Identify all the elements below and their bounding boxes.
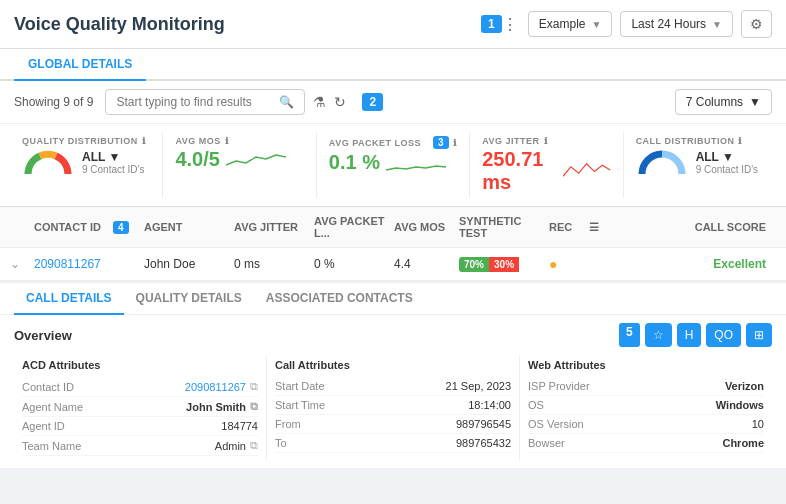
avg-mos-sparkline <box>226 147 286 171</box>
attr-columns: ACD Attributes Contact ID 2090811267 ⧉ A… <box>14 355 772 460</box>
avg-jitter-label: AVG JITTER <box>482 136 539 146</box>
tab-quality-details[interactable]: QUALITY DETAILS <box>124 283 254 315</box>
info-icon[interactable]: ℹ <box>544 136 548 146</box>
stat-call-distribution: CALL DISTRIBUTION ℹ ALL ▼ 9 Contact ID's <box>624 132 776 198</box>
info-icon[interactable]: ℹ <box>225 136 229 146</box>
chart-button[interactable]: ⊞ <box>746 323 772 347</box>
filter-icon[interactable]: ⚗ <box>313 94 326 110</box>
call-distribution-gauge-svg <box>636 146 688 178</box>
avg-packet-sparkline <box>386 150 446 174</box>
web-title: Web Attributes <box>528 359 764 371</box>
tab-associated-contacts[interactable]: ASSOCIATED CONTACTS <box>254 283 425 315</box>
copy-icon[interactable]: ⧉ <box>250 400 258 413</box>
row-packet: 0 % <box>314 257 394 271</box>
detail-actions: 5 ☆ H QO ⊞ <box>611 323 772 347</box>
columns-button[interactable]: 7 Columns ▼ <box>675 89 772 115</box>
search-box[interactable]: 🔍 <box>105 89 305 115</box>
packet-loss-badge: 3 <box>433 136 449 149</box>
filter-settings-button[interactable]: ⚙ <box>741 10 772 38</box>
attr-from-row: From 989796545 <box>275 415 511 434</box>
tab-global-details[interactable]: GLOBAL DETAILS <box>14 49 146 81</box>
attr-contact-id-key: Contact ID <box>22 381 74 393</box>
synthetic-red: 30% <box>489 257 519 272</box>
search-icon[interactable]: 🔍 <box>279 95 294 109</box>
attr-os-version-key: OS Version <box>528 418 584 430</box>
attr-os-version-row: OS Version 10 <box>528 415 764 434</box>
avg-packet-loss-value: 0.1 % <box>329 151 380 174</box>
col-agent-header[interactable]: AGENT <box>144 221 234 233</box>
attr-to-val: 989765432 <box>456 437 511 449</box>
attr-start-time-key: Start Time <box>275 399 325 411</box>
rec-icon: ● <box>549 256 557 272</box>
copy-icon[interactable]: ⧉ <box>250 380 258 393</box>
attr-contact-id-val[interactable]: 2090811267 ⧉ <box>185 380 258 393</box>
call-attributes: Call Attributes Start Date 21 Sep, 2023 … <box>267 355 520 460</box>
info-icon[interactable]: ℹ <box>738 136 742 146</box>
call-distribution-value: ALL ▼ <box>696 150 759 164</box>
web-attributes: Web Attributes ISP Provider Verizon OS W… <box>520 355 772 460</box>
qo-button[interactable]: QO <box>706 323 741 347</box>
avg-mos-value: 4.0/5 <box>175 148 219 171</box>
row-contact-id[interactable]: 2090811267 <box>34 257 144 271</box>
attr-team-name-val: Admin ⧉ <box>215 439 258 452</box>
col-jitter-header[interactable]: AVG JITTER <box>234 221 314 233</box>
col-settings-header[interactable]: ☰ <box>589 221 613 234</box>
table-header-row: CONTACT ID 4 AGENT AVG JITTER AVG PACKET… <box>0 207 786 248</box>
attr-isp-key: ISP Provider <box>528 380 590 392</box>
quality-gauge-svg <box>22 146 74 178</box>
chevron-down-icon: ▼ <box>749 95 761 109</box>
quality-distribution-label: QUALITY DISTRIBUTION <box>22 136 138 146</box>
stat-avg-jitter: AVG JITTER ℹ 250.71 ms <box>470 132 623 198</box>
attr-os-val: Windows <box>716 399 764 411</box>
chevron-down-icon: ▼ <box>591 19 601 30</box>
avg-packet-loss-label: AVG PACKET LOSS <box>329 138 421 148</box>
col-score-header[interactable]: CALL SCORE <box>613 221 776 233</box>
detail-section: CALL DETAILS QUALITY DETAILS ASSOCIATED … <box>0 281 786 468</box>
acd-title: ACD Attributes <box>22 359 258 371</box>
col-mos-header[interactable]: AVG MOS <box>394 221 459 233</box>
info-icon[interactable]: ℹ <box>142 136 146 146</box>
table: CONTACT ID 4 AGENT AVG JITTER AVG PACKET… <box>0 207 786 281</box>
attr-agent-id-row: Agent ID 184774 <box>22 417 258 436</box>
toolbar: Showing 9 of 9 🔍 ⚗ ↻ 2 7 Columns ▼ <box>0 81 786 124</box>
avg-jitter-value: 250.71 ms <box>482 148 557 194</box>
attr-agent-name-row: Agent Name John Smith ⧉ <box>22 397 258 417</box>
detail-badge: 5 <box>619 323 640 347</box>
col-rec-header[interactable]: REC <box>549 221 589 233</box>
col-synthetic-header[interactable]: SYNTHETIC TEST <box>459 215 549 239</box>
row-rec: ● <box>549 256 589 272</box>
call-title: Call Attributes <box>275 359 511 371</box>
call-distribution-label: CALL DISTRIBUTION <box>636 136 735 146</box>
time-dropdown[interactable]: Last 24 Hours ▼ <box>620 11 733 37</box>
attr-start-time-row: Start Time 18:14:00 <box>275 396 511 415</box>
chevron-down-icon: ▼ <box>712 19 722 30</box>
page-title: Voice Quality Monitoring <box>14 14 473 35</box>
overview-title: Overview <box>14 328 72 343</box>
bookmark-button[interactable]: ☆ <box>645 323 672 347</box>
more-icon[interactable]: ⋮ <box>502 15 518 34</box>
row-expand-icon[interactable]: ⌄ <box>10 257 34 271</box>
attr-agent-name-val: John Smith ⧉ <box>186 400 258 413</box>
table-row: ⌄ 2090811267 John Doe 0 ms 0 % 4.4 70% 3… <box>0 248 786 281</box>
contact-badge: 4 <box>113 221 129 234</box>
h-button[interactable]: H <box>677 323 702 347</box>
attr-to-key: To <box>275 437 287 449</box>
refresh-icon[interactable]: ↻ <box>334 94 346 110</box>
row-call-score: Excellent <box>613 257 776 271</box>
example-dropdown[interactable]: Example ▼ <box>528 11 613 37</box>
tab-call-details[interactable]: CALL DETAILS <box>14 283 124 315</box>
info-icon[interactable]: ℹ <box>453 138 457 148</box>
col-packet-header[interactable]: AVG PACKET L... <box>314 215 394 239</box>
attr-start-date-key: Start Date <box>275 380 325 392</box>
header-badge: 1 <box>481 15 502 33</box>
attr-agent-name-key: Agent Name <box>22 401 83 413</box>
col-contact-header[interactable]: CONTACT ID 4 <box>34 221 144 234</box>
attr-agent-id-key: Agent ID <box>22 420 65 432</box>
attr-browser-val: Chrome <box>722 437 764 449</box>
copy-icon[interactable]: ⧉ <box>250 439 258 452</box>
attr-os-version-val: 10 <box>752 418 764 430</box>
attr-os-row: OS Windows <box>528 396 764 415</box>
attr-team-name-key: Team Name <box>22 440 81 452</box>
search-input[interactable] <box>116 95 275 109</box>
acd-attributes: ACD Attributes Contact ID 2090811267 ⧉ A… <box>14 355 267 460</box>
